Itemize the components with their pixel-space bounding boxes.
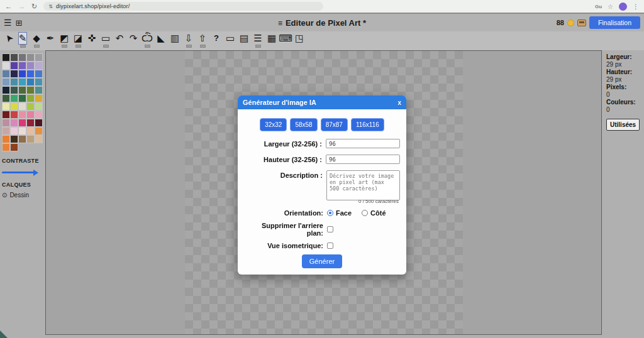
palette-swatch[interactable] [26,102,35,111]
bookmark-star-icon[interactable]: ☆ [608,3,613,10]
palette-swatch[interactable] [26,119,35,127]
finalize-button[interactable]: Finalisation [589,16,640,29]
palette-swatch[interactable] [2,86,10,94]
palette-swatch[interactable] [26,111,35,119]
palette-swatch[interactable] [35,53,43,62]
palette-swatch[interactable] [10,119,18,127]
palette-swatch[interactable] [10,94,18,102]
fill-tool[interactable]: ◪ [72,33,84,48]
undo-button[interactable]: ↶ [113,33,126,44]
isometric-checkbox[interactable] [327,243,333,249]
description-textarea[interactable] [326,170,400,200]
palette-swatch[interactable] [2,70,10,78]
reload-icon[interactable]: ↻ [31,3,37,11]
used-colors-button[interactable]: Utilisées [606,119,640,131]
palette-swatch[interactable] [10,70,18,78]
palette-swatch[interactable] [18,119,26,127]
palette-swatch[interactable] [18,62,26,70]
palette-swatch[interactable] [35,135,43,143]
palette-swatch[interactable] [26,86,35,94]
radio-cote-icon[interactable] [362,210,368,216]
palette-swatch[interactable] [2,119,10,127]
palette-swatch[interactable] [35,111,43,119]
palette-swatch[interactable] [10,135,18,143]
palette-swatch[interactable] [35,78,43,86]
palette-swatch[interactable] [10,86,18,94]
palette-swatch[interactable] [26,70,35,78]
grid-toggle-button[interactable]: ▦ [265,33,278,44]
palette-swatch[interactable] [35,62,43,70]
palette-swatch[interactable] [18,78,26,86]
site-settings-icon[interactable]: ⇅ [48,4,53,9]
browser-menu-icon[interactable]: ⋮ [633,3,639,10]
hamburger-menu-icon[interactable]: ☰ [4,18,12,28]
remove-background-checkbox[interactable] [327,226,333,232]
palette-swatch[interactable] [2,53,10,62]
radio-face-icon[interactable] [327,210,333,216]
palette-swatch[interactable] [2,78,10,86]
palette-swatch[interactable] [10,143,18,151]
palette-swatch[interactable] [2,135,10,143]
contrast-slider[interactable] [2,169,38,175]
palette-swatch[interactable] [18,86,26,94]
palette-swatch[interactable] [18,53,26,62]
palette-swatch[interactable] [35,70,43,78]
palette-swatch[interactable] [35,119,43,127]
palette-swatch[interactable] [18,135,26,143]
profile-avatar[interactable] [619,3,627,11]
width-input[interactable] [326,139,400,148]
palette-swatch[interactable] [10,111,18,119]
close-icon[interactable]: x [397,99,401,106]
bucket-help-tool[interactable]: ? [210,33,223,44]
address-bar[interactable]: ⇅ diypixelart.shop/pixel-editor/ [43,2,323,11]
palette-swatch[interactable] [26,78,35,86]
layer-item[interactable]: ⊙ Dessin [2,192,44,199]
palette-swatch[interactable] [26,53,35,62]
palette-swatch[interactable] [18,127,26,135]
shop-icon[interactable] [577,19,586,26]
back-icon[interactable]: ← [5,3,12,10]
selection-tool[interactable]: ▭ [99,33,112,48]
cat-stamp-tool[interactable]: Ѽ [141,33,153,48]
palette-swatch[interactable] [18,94,26,102]
palette-swatch[interactable] [26,94,35,102]
move-tool[interactable]: ✜ [86,33,98,44]
generate-button[interactable]: Générer [302,254,342,268]
palette-swatch[interactable] [10,62,18,70]
redo-button[interactable]: ↷ [127,33,140,44]
crop-tool[interactable]: ◳ [293,33,306,44]
gamepad-button[interactable]: ⌨ [279,33,292,44]
palette-swatch[interactable] [2,111,10,119]
preset-size-button-116x116[interactable]: 116x116 [351,118,384,131]
palette-swatch[interactable] [2,143,10,151]
upload-button[interactable]: ⇧ [196,33,209,48]
contrast-slider-thumb[interactable] [33,170,38,176]
select-tool[interactable]: ➤ [3,33,15,44]
preset-size-button-87x87[interactable]: 87x87 [321,118,348,131]
eyedropper-tool[interactable]: ✒ [44,33,57,44]
palette-swatch[interactable] [35,94,43,102]
palette-swatch[interactable] [18,102,26,111]
layer-visibility-icon[interactable]: ⊙ [2,192,7,199]
palette-swatch[interactable] [2,62,10,70]
frame-tool[interactable]: ▭ [224,33,236,44]
palette-swatch[interactable] [35,102,43,111]
palette-swatch[interactable] [26,135,35,143]
stamp-tool[interactable]: ◩ [58,33,70,48]
palette-swatch[interactable] [2,127,10,135]
palette-swatch[interactable] [10,53,18,62]
palette-swatch[interactable] [26,127,35,135]
palette-swatch[interactable] [26,62,35,70]
palette-swatch[interactable] [2,102,10,111]
layers-db-button[interactable]: ☰ [252,33,264,48]
palette-swatch[interactable] [18,70,26,78]
eraser-tool[interactable]: ◆ [30,33,43,48]
image-import-tool[interactable]: ▥ [169,33,181,44]
palette-swatch[interactable] [35,86,43,94]
apps-grid-icon[interactable]: ⊞ [16,18,23,28]
extensions-badge[interactable]: Gu [595,4,602,9]
palette-swatch[interactable] [35,127,43,135]
export-pdf-button[interactable]: ▤ [238,33,250,44]
forward-icon[interactable]: → [18,3,25,10]
download-button[interactable]: ⇩ [182,33,195,48]
